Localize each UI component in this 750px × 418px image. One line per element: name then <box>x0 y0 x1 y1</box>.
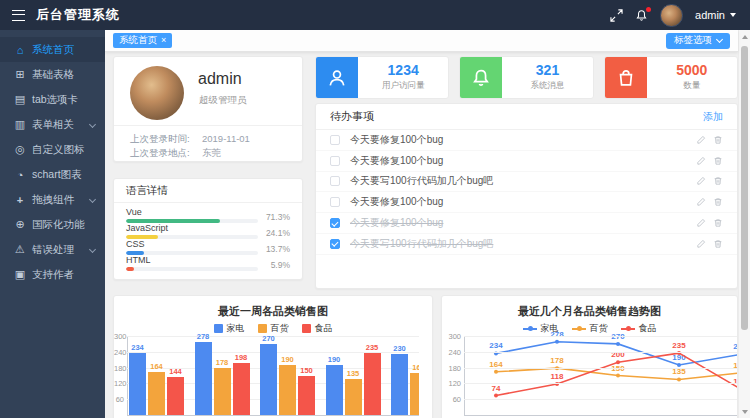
language-row-vue: Vue71.3% <box>126 208 290 224</box>
sidebar-item-form[interactable]: ▥表单相关 <box>0 112 105 137</box>
progress-track <box>126 235 258 239</box>
language-detail-card: 语言详情 Vue71.3% JavaScript24.1% CSS13.7% H… <box>113 178 303 280</box>
delete-icon[interactable] <box>713 135 723 145</box>
sidebar-item-label: 表单相关 <box>32 118 74 132</box>
y-tick-label: 300 <box>114 332 124 341</box>
todo-checkbox[interactable] <box>330 197 340 207</box>
sidebar-item-drag[interactable]: +拖拽组件 <box>0 187 105 212</box>
todo-text: 今天要写100行代码加几个bug吧 <box>350 237 493 251</box>
y-tick-label: 180 <box>442 364 461 373</box>
progress-fill <box>126 219 220 223</box>
user-menu[interactable]: admin <box>695 9 736 21</box>
todo-checkbox[interactable] <box>330 156 340 166</box>
chevron-down-icon <box>89 196 96 203</box>
edit-icon[interactable] <box>696 218 706 228</box>
sidebar: ⌂系统首页 ⊞基础表格 ▤tab选项卡 ▥表单相关 ◎自定义图标 ◔schart… <box>0 30 105 418</box>
edit-icon[interactable] <box>696 239 706 249</box>
delete-icon[interactable] <box>713 176 723 186</box>
profile-role: 超级管理员 <box>199 94 247 107</box>
tabs-icon: ▤ <box>13 93 27 106</box>
gridline <box>464 383 738 384</box>
sidebar-item-error[interactable]: ⚠错误处理 <box>0 237 105 262</box>
sidebar-item-support[interactable]: ▣支持作者 <box>0 262 105 287</box>
sidebar-item-basic-table[interactable]: ⊞基础表格 <box>0 62 105 87</box>
tab-home-tag[interactable]: 系统首页 × <box>113 33 172 48</box>
stat-value: 321 <box>536 63 559 78</box>
todo-checkbox[interactable] <box>330 135 340 145</box>
chevron-down-icon <box>89 121 96 128</box>
stat-info: 321 系统消息 <box>502 57 592 98</box>
user-icon <box>316 57 358 98</box>
todo-card: 待办事项 添加 今天要修复100个bug 今天要修复100个bug 今天要写10… <box>315 103 738 289</box>
edit-icon[interactable] <box>696 197 706 207</box>
edit-icon[interactable] <box>696 135 706 145</box>
svg-text:118: 118 <box>551 372 564 381</box>
sidebar-item-i18n[interactable]: ⊕国际化功能 <box>0 212 105 237</box>
delete-icon[interactable] <box>713 197 723 207</box>
edit-icon[interactable] <box>696 156 706 166</box>
todo-checkbox[interactable] <box>330 176 340 186</box>
chart-icon: ◔ <box>13 169 27 181</box>
tags-bar: 系统首页 × 标签选项 <box>105 30 738 52</box>
todo-add-link[interactable]: 添加 <box>703 110 723 124</box>
todo-text: 今天要修复100个bug <box>350 195 443 209</box>
notifications-bell-icon[interactable] <box>635 9 648 22</box>
y-tick-label: 60 <box>442 395 461 404</box>
bar <box>167 377 184 415</box>
gridline <box>464 352 738 353</box>
sidebar-item-label: 国际化功能 <box>32 218 85 232</box>
todo-title: 待办事项 <box>330 109 374 124</box>
delete-icon[interactable] <box>713 218 723 228</box>
custom-icon: ◎ <box>13 143 27 156</box>
last-login-time-row: 上次登录时间: 2019-11-01 <box>130 133 290 146</box>
sidebar-item-schart[interactable]: ◔schart图表 <box>0 162 105 187</box>
drag-icon: + <box>13 194 27 206</box>
bar-value-label: 230 <box>385 344 415 353</box>
sidebar-item-label: tab选项卡 <box>32 93 78 107</box>
todo-checkbox[interactable] <box>330 218 340 228</box>
progress-fill <box>126 235 158 239</box>
todo-item: 今天要修复100个bug <box>316 192 737 213</box>
stat-label: 数量 <box>683 80 700 92</box>
bar-value-label: 234 <box>127 343 153 352</box>
sidebar-item-label: 支持作者 <box>32 268 74 282</box>
table-icon: ⊞ <box>13 68 27 81</box>
bar-value-label: 235 <box>357 343 387 352</box>
profile-avatar <box>130 66 184 120</box>
scroll-up-arrow[interactable] <box>742 35 748 39</box>
sidebar-item-label: 自定义图标 <box>32 143 85 157</box>
stat-label: 用户访问量 <box>382 80 425 92</box>
user-avatar[interactable] <box>660 4 683 27</box>
row-value: 东莞 <box>202 147 221 160</box>
close-icon[interactable]: × <box>161 36 166 45</box>
stat-card-visits: 1234 用户访问量 <box>315 56 449 99</box>
bar <box>148 372 165 415</box>
stat-info: 5000 数量 <box>647 57 737 98</box>
progress-percent: 24.1% <box>266 228 290 238</box>
scrollbar-thumb[interactable] <box>741 46 748 330</box>
delete-icon[interactable] <box>713 239 723 249</box>
delete-icon[interactable] <box>713 156 723 166</box>
todo-text: 今天要修复100个bug <box>350 133 443 147</box>
todo-checkbox[interactable] <box>330 239 340 249</box>
svg-text:234: 234 <box>489 341 503 350</box>
y-tick-label: 300 <box>442 332 461 341</box>
sidebar-item-custom-icon[interactable]: ◎自定义图标 <box>0 137 105 162</box>
svg-text:178: 178 <box>550 356 564 365</box>
row-value: 2019-11-01 <box>202 133 250 146</box>
line-plot-area: 2342782701902301641781501351607411820023… <box>464 316 738 416</box>
y-tick-label: 240 <box>114 348 124 357</box>
app-title: 后台管理系统 <box>36 6 120 24</box>
gridline <box>464 368 738 369</box>
menu-toggle-icon[interactable] <box>12 10 25 21</box>
notification-badge <box>646 7 651 12</box>
tag-options-button[interactable]: 标签选项 <box>666 33 730 49</box>
y-tick-label: 240 <box>442 348 461 357</box>
sidebar-item-home[interactable]: ⌂系统首页 <box>0 37 105 62</box>
sidebar-item-label: 基础表格 <box>32 68 74 82</box>
sidebar-item-tabs[interactable]: ▤tab选项卡 <box>0 87 105 112</box>
bar-value-label: 278 <box>188 332 218 341</box>
scroll-down-arrow[interactable] <box>742 410 748 414</box>
edit-icon[interactable] <box>696 176 706 186</box>
fullscreen-icon[interactable] <box>610 9 623 22</box>
